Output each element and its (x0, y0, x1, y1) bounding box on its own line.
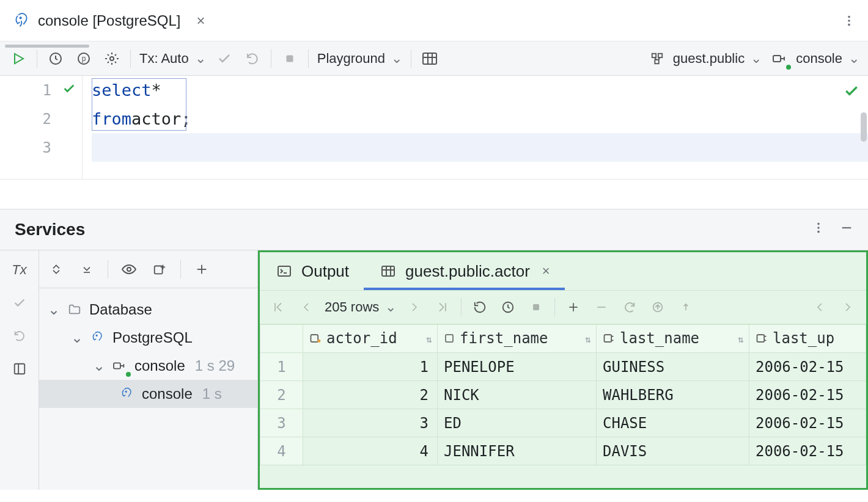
code-line[interactable] (92, 133, 868, 162)
column-header-actor-id[interactable]: actor_id ⇅ (303, 325, 438, 353)
table-view-icon[interactable] (420, 49, 440, 68)
cell-last-name[interactable]: GUINESS (597, 353, 749, 381)
close-icon[interactable]: × (196, 12, 205, 29)
code-line[interactable]: from actor; (92, 104, 868, 133)
sql-editor[interactable]: 1 2 3 select * from actor; (0, 76, 868, 180)
tree-node-console[interactable]: ⌄ console 1 s 29 (39, 352, 257, 380)
column-header-first-name[interactable]: first_name ⇅ (438, 325, 597, 353)
rowcount-label: 205 rows (325, 299, 379, 315)
collapse-all-icon[interactable] (77, 260, 97, 279)
cell-actor-id[interactable]: 2 (303, 381, 438, 409)
rollback-icon[interactable] (243, 49, 262, 68)
close-icon[interactable]: × (542, 263, 550, 279)
results-tab-output[interactable]: Output (260, 252, 364, 290)
postgres-icon (117, 384, 137, 404)
cell-first-name[interactable]: NICK (438, 381, 597, 409)
cell-last-name[interactable]: DAVIS (597, 437, 749, 465)
column-header-last-name[interactable]: last_name ⇅ (597, 325, 749, 353)
tree-node-database[interactable]: ⌄ Database (39, 296, 257, 324)
remove-row-icon[interactable] (592, 297, 611, 317)
settings-icon[interactable] (102, 49, 122, 68)
line-number: 1 (0, 76, 82, 104)
data-grid[interactable]: actor_id ⇅ first_name ⇅ (260, 324, 866, 488)
next-page-icon[interactable] (405, 297, 424, 317)
inspection-ok-icon[interactable] (844, 83, 859, 101)
auto-refresh-icon[interactable] (498, 297, 518, 317)
history-icon[interactable] (46, 49, 65, 68)
cell-actor-id[interactable]: 4 (303, 437, 438, 465)
last-page-icon[interactable] (433, 297, 452, 317)
run-icon[interactable] (9, 49, 28, 68)
sort-icon[interactable]: ⇅ (426, 333, 432, 345)
column-header-last-update[interactable]: last_up (749, 325, 866, 353)
tree-node-postgresql[interactable]: ⌄ PostgreSQL (39, 324, 257, 352)
rollback-icon[interactable] (10, 326, 29, 346)
cell-actor-id[interactable]: 1 (303, 353, 438, 381)
sort-icon[interactable]: ⇅ (738, 333, 744, 345)
table-row[interactable]: 3 3 ED CHASE 2006-02-15 (260, 409, 866, 437)
more-icon[interactable] (837, 9, 861, 32)
results-toolbar: 205 rows ⌄ (260, 290, 866, 324)
cell-last-name[interactable]: WAHLBERG (597, 381, 749, 409)
session-icon (110, 356, 130, 376)
code-line[interactable]: select * (92, 76, 868, 104)
stop-icon[interactable] (280, 49, 300, 68)
table-row[interactable]: 1 1 PENELOPE GUINESS 2006-02-15 (260, 353, 866, 381)
visibility-icon[interactable] (119, 260, 139, 279)
cell-first-name[interactable]: PENELOPE (438, 353, 597, 381)
table-row[interactable]: 4 4 JENNIFER DAVIS 2006-02-15 (260, 437, 866, 465)
minimize-icon[interactable] (840, 221, 853, 238)
cell-last-update[interactable]: 2006-02-15 (749, 437, 866, 465)
row-number: 4 (260, 437, 303, 465)
tx-icon[interactable]: Tx (10, 260, 29, 280)
add-icon[interactable] (192, 260, 211, 279)
nav-forward-icon[interactable] (838, 297, 858, 317)
stop-icon[interactable] (526, 297, 546, 317)
new-session-icon[interactable] (150, 260, 169, 279)
transaction-mode-dropdown[interactable]: Tx: Auto ⌄ (139, 51, 206, 67)
file-tab-console[interactable]: console [PostgreSQL] × (5, 5, 216, 37)
cell-last-name[interactable]: CHASE (597, 409, 749, 437)
cell-first-name[interactable]: JENNIFER (438, 437, 597, 465)
schema-chooser[interactable]: guest.public ⌄ (647, 49, 762, 68)
first-page-icon[interactable] (268, 297, 288, 317)
tree-node-console-leaf[interactable]: console 1 s (39, 380, 257, 408)
results-tab-data[interactable]: guest.public.actor × (364, 252, 565, 290)
rowcount-dropdown[interactable]: 205 rows ⌄ (325, 299, 396, 315)
svg-point-21 (817, 227, 820, 229)
refresh-icon[interactable] (470, 297, 490, 317)
commit-icon[interactable] (10, 293, 29, 313)
line-number-value: 2 (43, 111, 51, 128)
nav-back-icon[interactable] (810, 297, 829, 317)
schema-label: guest.public (673, 51, 745, 67)
cell-first-name[interactable]: ED (438, 409, 597, 437)
tree-meta: 1 s 29 (195, 357, 235, 374)
editor-code[interactable]: select * from actor; (83, 76, 868, 179)
submit-icon[interactable] (648, 297, 668, 317)
cell-last-update[interactable]: 2006-02-15 (749, 409, 866, 437)
cell-last-update[interactable]: 2006-02-15 (749, 381, 866, 409)
playground-dropdown[interactable]: Playground ⌄ (317, 51, 402, 67)
tree-label: Database (89, 301, 152, 318)
add-row-icon[interactable] (564, 297, 583, 317)
svg-rect-10 (423, 53, 436, 64)
layout-icon[interactable] (10, 359, 29, 379)
prev-page-icon[interactable] (296, 297, 316, 317)
commit-icon[interactable] (215, 49, 234, 68)
explain-plan-icon[interactable]: p (74, 49, 94, 68)
table-row[interactable]: 2 2 NICK WAHLBERG 2006-02-15 (260, 381, 866, 409)
upload-icon[interactable] (676, 297, 696, 317)
revert-icon[interactable] (620, 297, 639, 317)
tab-underline (5, 45, 89, 48)
editor-gutter: 1 2 3 (0, 76, 83, 179)
services-tree[interactable]: ⌄ Database ⌄ PostgreSQL ⌄ console 1 s 29… (39, 288, 257, 490)
datasource-chooser[interactable]: console ⌄ (770, 49, 859, 68)
cell-last-update[interactable]: 2006-02-15 (749, 353, 866, 381)
cell-actor-id[interactable]: 3 (303, 409, 438, 437)
expand-all-icon[interactable] (46, 260, 66, 279)
corner-cell[interactable] (260, 325, 303, 353)
sort-icon[interactable]: ⇅ (585, 333, 591, 345)
scrollbar-thumb[interactable] (861, 112, 867, 142)
code-text: ; (181, 109, 191, 128)
more-icon[interactable] (812, 221, 825, 238)
